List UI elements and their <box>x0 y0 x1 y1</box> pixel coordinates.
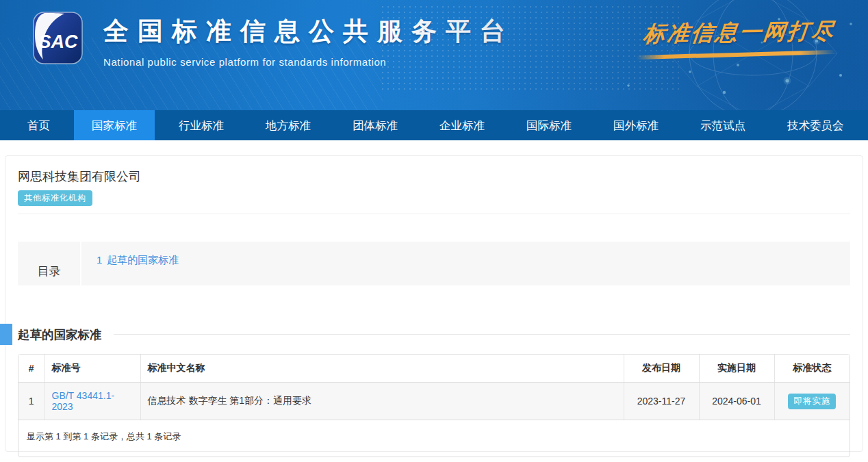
col-header-status: 标准状态 <box>774 355 850 383</box>
cell-implement-date: 2024-06-01 <box>699 383 774 420</box>
standards-table-panel: # 标准号 标准中文名称 发布日期 实施日期 标准状态 1 GB/T 43441… <box>18 354 850 457</box>
col-header-standard-no: 标准号 <box>44 355 140 383</box>
company-name: 网思科技集团有限公司 <box>18 168 850 185</box>
nav-item-pilot-programs[interactable]: 示范试点 <box>682 110 763 140</box>
site-slogan: 标准信息一网打尽 <box>643 18 835 57</box>
toc-body: 1起草的国家标准 <box>81 242 850 285</box>
header-divider <box>18 214 850 214</box>
nav-list: 首页 国家标准 行业标准 地方标准 团体标准 企业标准 国际标准 国外标准 示范… <box>0 110 868 140</box>
table-header-row: # 标准号 标准中文名称 发布日期 实施日期 标准状态 <box>18 355 850 383</box>
cell-standard-no: GB/T 43441.1-2023 <box>44 383 140 420</box>
col-header-cn-name: 标准中文名称 <box>140 355 624 383</box>
section-header: 起草的国家标准 <box>18 324 850 345</box>
toc-item-number: 1 <box>97 254 102 266</box>
nav-item-foreign-standards[interactable]: 国外标准 <box>596 110 676 140</box>
nav-item-national-standards[interactable]: 国家标准 <box>74 110 155 140</box>
cell-publish-date: 2023-11-27 <box>624 383 699 420</box>
cell-cn-name: 信息技术 数字孪生 第1部分：通用要求 <box>140 383 624 420</box>
status-badge: 即将实施 <box>788 394 836 409</box>
toc-item-text: 起草的国家标准 <box>107 254 179 266</box>
cell-status: 即将实施 <box>774 383 850 420</box>
nav-item-group-standards[interactable]: 团体标准 <box>335 110 416 140</box>
company-type-badge: 其他标准化机构 <box>18 190 92 206</box>
site-banner: SAC 全国标准信息公共服务平台 National public service… <box>0 0 868 110</box>
col-header-implement-date: 实施日期 <box>699 355 774 383</box>
nav-item-international-standards[interactable]: 国际标准 <box>509 110 589 140</box>
site-title: 全国标准信息公共服务平台 <box>103 14 514 49</box>
nav-item-home[interactable]: 首页 <box>10 110 68 140</box>
toc-box: 目录 1起草的国家标准 <box>18 242 850 285</box>
sac-logo-text: SAC <box>38 31 78 52</box>
col-header-index: # <box>18 355 44 383</box>
table-row: 1 GB/T 43441.1-2023 信息技术 数字孪生 第1部分：通用要求 … <box>18 383 850 420</box>
diagonal-lines-decoration <box>0 38 383 110</box>
site-subtitle: National public service platform for sta… <box>103 56 514 68</box>
toc-label: 目录 <box>18 242 81 285</box>
nav-item-local-standards[interactable]: 地方标准 <box>248 110 329 140</box>
content-card: 网思科技集团有限公司 其他标准化机构 目录 1起草的国家标准 起草的国家标准 #… <box>5 155 863 452</box>
world-map-dots-decoration <box>380 4 681 90</box>
nav-item-industry-standards[interactable]: 行业标准 <box>161 110 242 140</box>
standard-number-link[interactable]: GB/T 43441.1-2023 <box>52 390 115 412</box>
section-rule <box>114 334 851 335</box>
section-title: 起草的国家标准 <box>18 326 102 343</box>
pagination-text: 显示第 1 到第 1 条记录，总共 1 条记录 <box>18 420 850 457</box>
main-navbar: 首页 国家标准 行业标准 地方标准 团体标准 企业标准 国际标准 国外标准 示范… <box>0 110 868 140</box>
standards-table: # 标准号 标准中文名称 发布日期 实施日期 标准状态 1 GB/T 43441… <box>18 355 850 420</box>
nav-item-enterprise-standards[interactable]: 企业标准 <box>422 110 502 140</box>
slogan-text: 标准信息一网打尽 <box>641 16 837 50</box>
cell-index: 1 <box>18 383 44 420</box>
col-header-publish-date: 发布日期 <box>624 355 699 383</box>
toc-link-drafted-national-standards[interactable]: 1起草的国家标准 <box>97 254 179 266</box>
nav-item-technical-committees[interactable]: 技术委员会 <box>769 110 862 140</box>
sac-logo: SAC <box>32 11 84 66</box>
slogan-brush-underline <box>637 50 835 60</box>
